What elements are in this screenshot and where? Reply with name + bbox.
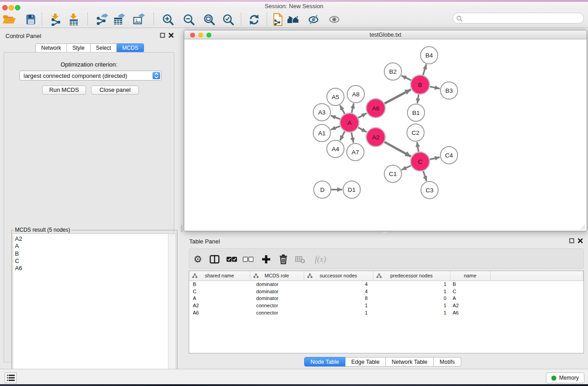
edge-A-A5[interactable] xyxy=(340,105,344,114)
run-mcds-button[interactable]: Run MCDS xyxy=(42,86,86,95)
table-panel-close-button[interactable] xyxy=(577,238,583,244)
open-folder-icon xyxy=(2,14,16,25)
toggle-column-view-button[interactable] xyxy=(207,252,222,267)
table-cell: 1 xyxy=(373,288,450,295)
table-row[interactable]: Bdominator41B xyxy=(189,281,583,288)
edge-A-A4[interactable] xyxy=(340,131,345,140)
export-network-button[interactable] xyxy=(95,12,109,27)
tab-motifs[interactable]: Motifs xyxy=(434,357,461,367)
table-row[interactable]: A6connector11A6 xyxy=(189,309,583,316)
network-graph-canvas[interactable]: B4B2BB3A8A5A6A3B1AC2A1A2A4A7C4CC1C3DD1 xyxy=(184,40,587,231)
edge-B-B1[interactable] xyxy=(417,95,419,103)
control-panel-close-button[interactable] xyxy=(168,32,174,38)
zoom-selected-button[interactable] xyxy=(221,12,235,27)
table-cell: A xyxy=(450,295,490,302)
tab-select[interactable]: Select xyxy=(91,43,117,52)
select-all-columns-button[interactable] xyxy=(225,252,239,267)
close-panel-button[interactable]: Close panel xyxy=(91,86,139,95)
function-builder-button[interactable]: f(x) xyxy=(311,252,330,267)
edge-A-A7[interactable] xyxy=(351,133,354,143)
table-row[interactable]: Adominator80A xyxy=(189,295,583,302)
delete-column-button[interactable] xyxy=(276,252,291,267)
mcds-result-list[interactable]: A2ABCA6 xyxy=(13,234,176,384)
edge-A6-B[interactable] xyxy=(384,90,411,104)
minimize-window-button[interactable] xyxy=(9,5,14,10)
edge-B-B3[interactable] xyxy=(430,86,440,88)
zoom-in-button[interactable] xyxy=(161,12,175,27)
import-table-button[interactable] xyxy=(67,12,81,27)
edge-A-A6[interactable] xyxy=(358,113,367,118)
column-header-predecessor-nodes[interactable]: predecessor nodes xyxy=(373,271,450,281)
hide-graphics-details-button[interactable] xyxy=(306,12,321,27)
optimization-criterion-select[interactable]: largest connected component (directed) xyxy=(19,71,162,81)
table-row[interactable]: A2connector11A2 xyxy=(189,302,583,309)
column-header-successor-nodes[interactable]: successor nodes xyxy=(304,271,373,281)
network-zoom-button[interactable] xyxy=(206,33,211,38)
tab-node-table[interactable]: Node Table xyxy=(304,357,345,367)
network-close-button[interactable] xyxy=(190,33,195,38)
save-session-button[interactable] xyxy=(24,12,38,27)
network-window-titlebar[interactable]: testGlobe.txt xyxy=(184,30,587,39)
resize-grip-icon[interactable] xyxy=(580,224,586,230)
mcds-result-item[interactable]: B xyxy=(15,250,176,257)
import-network-button[interactable] xyxy=(48,12,63,27)
show-graphics-details-button[interactable] xyxy=(327,12,341,27)
memory-button[interactable]: Memory xyxy=(546,372,584,383)
network-from-selection-button[interactable] xyxy=(271,12,285,27)
edge-C-C1[interactable] xyxy=(402,166,411,170)
network-minimize-button[interactable] xyxy=(198,33,203,38)
zoom-window-button[interactable] xyxy=(15,5,20,10)
tab-style[interactable]: Style xyxy=(67,43,91,52)
unselect-all-columns-button[interactable] xyxy=(241,252,255,267)
mcds-result-item[interactable]: A6 xyxy=(15,265,176,272)
table-panel-float-button[interactable] xyxy=(569,238,575,244)
import-table-icon xyxy=(67,13,80,26)
zoom-fit-button[interactable] xyxy=(202,12,216,27)
open-session-button[interactable] xyxy=(2,12,16,27)
selected-criterion: largest connected component (directed) xyxy=(24,72,127,79)
edge-C-C3[interactable] xyxy=(423,171,426,181)
refresh-button[interactable] xyxy=(247,12,261,27)
edge-B-B2[interactable] xyxy=(402,76,411,80)
create-column-button[interactable] xyxy=(259,252,273,267)
node-label-A7: A7 xyxy=(352,149,359,156)
tab-edge-table[interactable]: Edge Table xyxy=(345,357,386,367)
result-scrollbar[interactable] xyxy=(168,234,176,383)
zoom-out-button[interactable] xyxy=(182,12,196,27)
edge-A-A1[interactable] xyxy=(331,126,340,130)
table-row[interactable]: Cdominator41C xyxy=(189,288,583,295)
close-icon xyxy=(578,238,583,243)
control-panel-float-button[interactable] xyxy=(159,32,166,38)
export-table-button[interactable] xyxy=(112,12,126,27)
edge-A-A8[interactable] xyxy=(352,103,354,113)
edge-C-C4[interactable] xyxy=(430,157,440,159)
search-input[interactable] xyxy=(464,14,581,22)
edge-A-A3[interactable] xyxy=(331,115,340,119)
task-history-button[interactable] xyxy=(5,372,17,383)
edge-B-B4[interactable] xyxy=(423,64,426,75)
delete-table-button[interactable] xyxy=(293,252,307,267)
panel-splitter-handle[interactable] xyxy=(181,225,183,232)
toolbar-separator xyxy=(153,13,154,25)
column-header-MCDS-role[interactable]: MCDS role xyxy=(250,271,304,281)
column-header-shared-name[interactable]: shared name xyxy=(189,271,250,281)
edge-A2-C[interactable] xyxy=(384,142,411,157)
tab-mcds[interactable]: MCDS xyxy=(117,43,144,52)
document-network-icon xyxy=(272,13,284,26)
horizontal-splitter-handle[interactable] xyxy=(382,232,387,234)
mcds-result-item[interactable]: A2 xyxy=(15,235,176,243)
close-window-button[interactable] xyxy=(2,5,8,10)
table-settings-button[interactable]: ⚙ xyxy=(191,252,205,267)
home-button[interactable] xyxy=(286,12,301,27)
zoom-fit-icon xyxy=(203,14,215,26)
column-header-name[interactable]: name xyxy=(450,271,490,281)
mcds-result-item[interactable]: C xyxy=(15,257,176,265)
node-label-C4: C4 xyxy=(445,152,453,159)
tab-network[interactable]: Network xyxy=(35,43,67,52)
tab-network-table[interactable]: Network Table xyxy=(386,357,434,367)
edge-A-A2[interactable] xyxy=(358,128,367,132)
export-image-button[interactable] xyxy=(132,12,146,27)
mcds-result-item[interactable]: A xyxy=(15,243,176,250)
node-label-A3: A3 xyxy=(318,109,326,116)
edge-C-C2[interactable] xyxy=(417,142,418,152)
